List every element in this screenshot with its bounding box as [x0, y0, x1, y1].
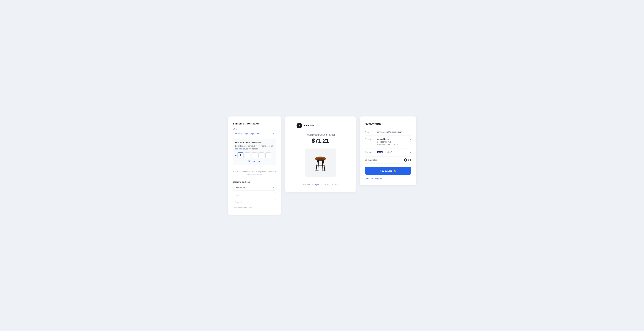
- code-input-1[interactable]: [238, 152, 244, 158]
- encrypted-left: 🔒 Encrypted: [365, 159, 377, 161]
- shipping-address-label: Shipping address: [233, 181, 276, 183]
- email-row-value: jenny.rosen@example.com: [377, 131, 411, 133]
- link-circle-icon: [404, 158, 407, 162]
- pay-lock-icon: 🔒: [393, 169, 396, 172]
- encrypted-row: 🔒 Encrypted link: [365, 156, 411, 164]
- svg-point-11: [322, 170, 324, 171]
- shipping-panel: Shipping information Email jenny.rosen@e…: [228, 116, 281, 215]
- paywith-review-row: Pay with VISA •••• 4242 ▾: [365, 149, 411, 156]
- resend-code-link[interactable]: Resend code: [235, 160, 274, 162]
- country-select[interactable]: United States ▾: [233, 185, 276, 190]
- link-label: link: [408, 159, 411, 161]
- country-value: United States: [235, 186, 247, 189]
- email-row-label: Email: [365, 131, 375, 133]
- address-input[interactable]: Address: [233, 199, 276, 205]
- product-name: Touchwood Counter Stool: [306, 134, 335, 136]
- code-dot: [235, 155, 236, 156]
- shipto-row-value: Jenny Rosen 27 Fredrick AveBrothers, OR …: [377, 138, 408, 146]
- pay-button[interactable]: Pay $71.21 🔒: [365, 167, 411, 174]
- name-input[interactable]: Name: [233, 192, 276, 198]
- privacy-link[interactable]: Privacy: [332, 183, 338, 186]
- ship-name: Jenny Rosen: [377, 138, 408, 140]
- email-label: Email: [233, 128, 276, 130]
- powered-by-label: Powered by: [303, 183, 313, 186]
- auth-notice: You won't need to authenticate again on …: [233, 168, 276, 178]
- review-title: Review order: [365, 122, 411, 126]
- product-price: $71.21: [312, 138, 329, 144]
- show-all-fields-link[interactable]: Show all address fields: [233, 207, 252, 209]
- country-chevron-icon: ▾: [273, 186, 274, 188]
- card-number: •••• 4242: [384, 151, 392, 153]
- ship-address: 27 Fredrick AveBrothers, OR 97712, US: [377, 140, 408, 146]
- footer-sep-1: |: [321, 183, 322, 186]
- code-input-3[interactable]: [252, 152, 257, 158]
- merchant-avatar: K: [296, 123, 302, 128]
- shipto-review-row: Ship to Jenny Rosen 27 Fredrick AveBroth…: [365, 136, 411, 149]
- code-input-2[interactable]: [245, 152, 250, 158]
- saved-info-box: Use your saved information Enter the cod…: [233, 139, 276, 165]
- paywith-row-label: Pay with: [365, 151, 375, 154]
- email-review-row: Email jenny.rosen@example.com: [365, 128, 411, 136]
- svg-point-8: [315, 170, 317, 171]
- lock-icon: 🔒: [365, 159, 368, 161]
- code-input-5[interactable]: [266, 152, 271, 158]
- saved-info-desc: Enter the code sent to (•••) ••• ••63 to…: [235, 144, 274, 150]
- link-badge: link: [404, 158, 411, 162]
- pay-button-label: Pay $71.21: [380, 170, 392, 172]
- svg-point-9: [324, 170, 326, 171]
- shipto-chevron-icon[interactable]: ▾: [410, 138, 411, 141]
- merchant-header: ← K Kavholm: [292, 123, 314, 128]
- saved-info-title: Use your saved information: [235, 141, 274, 144]
- code-inputs-row: [235, 152, 274, 158]
- checkout-guest-link[interactable]: Check out as guest: [365, 177, 382, 180]
- svg-point-10: [317, 170, 319, 171]
- terms-link[interactable]: Terms: [324, 183, 329, 186]
- stripe-logo: stripe: [314, 183, 318, 186]
- shipto-row-label: Ship to: [365, 138, 375, 140]
- link-circle-inner: [405, 159, 406, 161]
- paywith-row-value: VISA •••• 4242: [377, 151, 408, 153]
- email-field-wrapper[interactable]: jenny.rosen@example.com ×: [233, 131, 276, 136]
- clear-email-icon[interactable]: ×: [273, 132, 274, 135]
- back-arrow-icon[interactable]: ←: [292, 124, 295, 127]
- review-panel: Review order Email jenny.rosen@example.c…: [360, 116, 416, 186]
- email-display: jenny.rosen@example.com: [235, 132, 273, 135]
- powered-by: Powered by stripe: [303, 183, 319, 186]
- paywith-chevron-icon[interactable]: ▾: [410, 151, 411, 154]
- product-image: [305, 148, 336, 177]
- stool-illustration: [312, 152, 329, 173]
- encrypted-label: Encrypted: [368, 159, 377, 161]
- product-panel: ← K Kavholm Touchwood Counter Stool $71.…: [285, 116, 356, 192]
- merchant-name: Kavholm: [304, 124, 314, 127]
- code-input-4[interactable]: [258, 152, 264, 158]
- shipping-title: Shipping information: [233, 122, 276, 125]
- middle-footer: Powered by stripe | Terms Privacy: [303, 178, 338, 186]
- visa-badge: VISA: [377, 151, 382, 153]
